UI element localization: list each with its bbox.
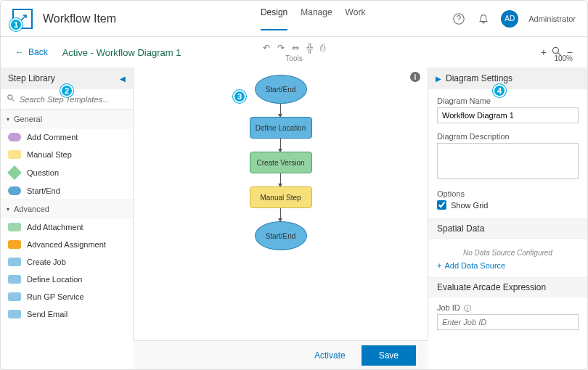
node-end[interactable]: Start/End [255, 221, 307, 250]
ellipse-icon [8, 186, 21, 195]
show-grid-checkbox[interactable] [437, 200, 446, 210]
rect-icon [8, 310, 21, 318]
step-library-panel: Step Library ◀ ▾ General Add Comment Man… [1, 67, 134, 340]
node-create-version[interactable]: Create Version [250, 152, 312, 173]
step-list: ▾ General Add Comment Manual Step Questi… [1, 110, 133, 340]
diamond-icon [7, 165, 22, 180]
step-send-email[interactable]: Send Email [1, 305, 133, 323]
step-label: Define Location [27, 275, 82, 284]
arrow-left-icon: ← [15, 47, 24, 57]
rect-icon [8, 292, 21, 301]
step-label: Advanced Assignment [27, 240, 106, 249]
diagram-name-label: Diagram Name [437, 96, 579, 105]
info-icon[interactable]: i [410, 72, 420, 82]
step-label: Run GP Service [27, 292, 84, 301]
save-button[interactable]: Save [362, 345, 416, 366]
app-title: Workflow Item [43, 12, 116, 25]
tools-label: Tools [263, 54, 325, 62]
step-define-location[interactable]: Define Location [1, 271, 133, 288]
callout-4: 4 [493, 84, 506, 97]
step-question[interactable]: Question [1, 163, 133, 182]
group-general[interactable]: ▾ General [1, 110, 133, 128]
arcade-header: Evaluate Arcade Expression [428, 277, 587, 297]
notifications-icon[interactable] [476, 12, 491, 26]
step-label: Manual Step [27, 150, 72, 159]
callout-1: 1 [9, 18, 23, 31]
diagram-title: Active - Workflow Diagram 1 [62, 47, 181, 58]
spatial-data-header: Spatial Data [428, 218, 587, 239]
node-define-location[interactable]: Define Location [250, 117, 312, 139]
collapse-left-icon[interactable]: ◀ [120, 75, 126, 83]
search-icon [7, 94, 15, 104]
settings-header: ▶ Diagram Settings [428, 67, 587, 89]
header-right: AD Administrator [452, 10, 576, 28]
job-id-text: Job ID [437, 303, 460, 312]
collapse-right-icon[interactable]: ▶ [436, 75, 441, 83]
node-start[interactable]: Start/End [255, 75, 307, 104]
help-icon[interactable] [452, 12, 466, 26]
zoom-level: 100% [554, 54, 573, 62]
back-button[interactable]: ← Back [15, 47, 48, 57]
group-advanced[interactable]: ▾ Advanced [1, 200, 133, 218]
rect-icon [8, 275, 21, 284]
add-source-label: Add Data Source [444, 261, 505, 270]
ellipse-icon [8, 133, 21, 141]
back-label: Back [28, 47, 48, 57]
footer-bar: Activate Save [134, 340, 428, 369]
tab-work[interactable]: Work [346, 7, 366, 30]
job-id-input[interactable] [437, 314, 579, 330]
show-grid-label: Show Grid [451, 201, 488, 210]
arrow-icon [280, 104, 281, 117]
step-manual-step[interactable]: Manual Step [1, 146, 133, 163]
svg-point-2 [8, 95, 12, 99]
step-label: Send Email [27, 310, 68, 318]
diagram-flow: Start/End Define Location Create Version… [250, 75, 312, 250]
diagram-desc-input[interactable] [437, 143, 579, 179]
step-start-end[interactable]: Start/End [1, 182, 133, 200]
no-data-source-text: No Data Source Configured [437, 244, 579, 261]
rect-icon [8, 150, 21, 159]
step-create-job[interactable]: Create Job [1, 253, 133, 271]
callout-2: 2 [60, 84, 73, 97]
zoom-in-icon[interactable]: + [541, 46, 547, 58]
options-label: Options [437, 189, 579, 198]
diagram-name-input[interactable] [437, 107, 579, 123]
job-id-label: Job ID i [437, 303, 579, 312]
step-label: Add Attachment [27, 223, 83, 231]
app-header: Workflow Item Design Manage Work AD Admi… [1, 1, 587, 37]
tab-design[interactable]: Design [261, 7, 287, 30]
diagram-canvas[interactable]: i Start/End Define Location Create Versi… [134, 67, 428, 340]
arrow-icon [280, 139, 281, 152]
diagram-desc-label: Diagram Description [437, 132, 579, 141]
tab-manage[interactable]: Manage [301, 7, 332, 30]
chevron-down-icon: ▾ [7, 206, 9, 213]
step-label: Create Job [27, 258, 66, 266]
layout-icon[interactable]: ╬ [306, 43, 313, 53]
step-add-comment[interactable]: Add Comment [1, 128, 133, 146]
undo-icon[interactable]: ↶ [263, 43, 270, 53]
user-name: Administrator [528, 15, 576, 23]
chevron-down-icon: ▾ [7, 116, 9, 123]
node-manual-step[interactable]: Manual Step [250, 186, 312, 208]
user-avatar[interactable]: AD [501, 10, 518, 28]
callout-3: 3 [233, 90, 246, 103]
activate-button[interactable]: Activate [306, 346, 354, 365]
step-run-gp-service[interactable]: Run GP Service [1, 288, 133, 305]
print-icon[interactable]: ⎙ [320, 43, 325, 53]
show-grid-row[interactable]: Show Grid [437, 200, 579, 210]
step-advanced-assignment[interactable]: Advanced Assignment [1, 236, 133, 253]
svg-point-1 [552, 47, 558, 53]
add-data-source-link[interactable]: + Add Data Source [437, 261, 579, 270]
group-advanced-label: Advanced [14, 205, 49, 213]
search-input[interactable] [20, 95, 127, 104]
tools-group: ↶ ↷ ⇔ ╬ ⎙ Tools [263, 43, 325, 62]
info-small-icon[interactable]: i [464, 305, 471, 312]
fit-icon[interactable]: ⇔ [292, 43, 299, 53]
secondary-toolbar: ← Back Active - Workflow Diagram 1 ↶ ↷ ⇔… [1, 37, 587, 67]
main-content: Step Library ◀ ▾ General Add Comment Man… [1, 67, 587, 340]
redo-icon[interactable]: ↷ [277, 43, 285, 53]
rect-icon [8, 240, 21, 249]
step-label: Add Comment [27, 133, 78, 141]
step-add-attachment[interactable]: Add Attachment [1, 218, 133, 236]
arrow-icon [280, 173, 281, 186]
